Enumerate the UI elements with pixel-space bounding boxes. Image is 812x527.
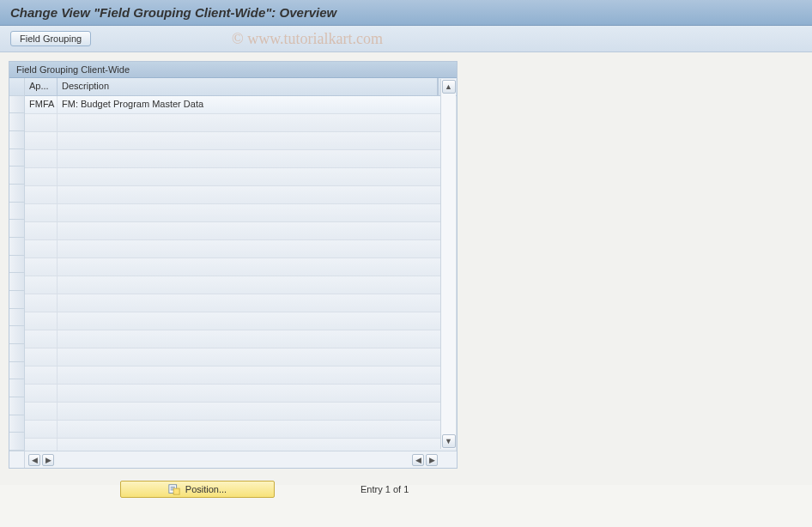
cell-description[interactable]: [58, 114, 457, 131]
table-row[interactable]: [25, 168, 457, 186]
row-selector[interactable]: [9, 131, 25, 149]
table-row[interactable]: FMFAFM: Budget Program Master Data: [25, 96, 457, 114]
row-selector[interactable]: [9, 379, 25, 397]
row-selector[interactable]: [9, 273, 25, 291]
field-grouping-button[interactable]: Field Grouping: [10, 31, 91, 46]
scroll-left-arrow-icon[interactable]: ◀: [28, 454, 40, 466]
cell-description[interactable]: [58, 132, 457, 149]
column-header-app[interactable]: Ap...: [25, 78, 58, 95]
position-icon: [168, 483, 180, 495]
cell-app[interactable]: [25, 439, 58, 451]
scroll-right-arrow-icon[interactable]: ▶: [42, 454, 54, 466]
cell-description[interactable]: [58, 294, 457, 312]
scroll-up-arrow-icon[interactable]: ▲: [442, 80, 456, 94]
cell-description[interactable]: [58, 204, 457, 221]
table-wrap: Ap... Description FMFAFM: Budget Program…: [9, 78, 457, 451]
row-selector[interactable]: [9, 362, 25, 380]
cell-app[interactable]: [25, 330, 58, 348]
table-row[interactable]: [25, 114, 457, 132]
cell-app[interactable]: [25, 348, 58, 366]
table-row[interactable]: [25, 312, 457, 330]
cell-app[interactable]: [25, 258, 58, 276]
row-selector[interactable]: [9, 185, 25, 203]
position-button-label: Position...: [185, 484, 227, 494]
row-selector[interactable]: [9, 149, 25, 167]
cell-description[interactable]: [58, 385, 457, 402]
cell-description[interactable]: [58, 258, 457, 276]
cell-description[interactable]: [58, 150, 457, 167]
table-row[interactable]: [25, 132, 457, 150]
row-selector[interactable]: [9, 220, 25, 238]
cell-app[interactable]: [25, 204, 58, 221]
scroll-track[interactable]: [441, 94, 456, 433]
cell-app[interactable]: [25, 276, 58, 294]
row-selector[interactable]: [9, 113, 25, 131]
table-row[interactable]: [25, 186, 457, 204]
row-selector[interactable]: [9, 96, 25, 114]
row-selector[interactable]: [9, 291, 25, 309]
cell-app[interactable]: FMFA: [25, 96, 58, 113]
row-selector[interactable]: [9, 167, 25, 185]
cell-app[interactable]: [25, 312, 58, 330]
row-selector[interactable]: [9, 344, 25, 362]
cell-description[interactable]: [58, 186, 457, 203]
table-row[interactable]: [25, 385, 457, 403]
scroll-left-end-arrow-icon[interactable]: ◀: [412, 454, 424, 466]
column-header-description[interactable]: Description: [58, 78, 438, 95]
cell-app[interactable]: [25, 186, 58, 203]
cell-description[interactable]: [58, 439, 457, 451]
table-header-row: Ap... Description: [25, 78, 457, 96]
cell-description[interactable]: [58, 312, 457, 330]
row-selector[interactable]: [9, 397, 25, 415]
table-row[interactable]: [25, 204, 457, 222]
row-selector[interactable]: [9, 433, 25, 451]
panel-header: Field Grouping Client-Wide: [9, 62, 457, 78]
cell-description[interactable]: [58, 222, 457, 239]
cell-description[interactable]: [58, 168, 457, 185]
table-row[interactable]: [25, 403, 457, 421]
table-row[interactable]: [25, 330, 457, 348]
cell-app[interactable]: [25, 222, 58, 239]
cell-app[interactable]: [25, 403, 58, 420]
table-row[interactable]: [25, 222, 457, 240]
hscroll-left-group: ◀ ▶: [25, 454, 58, 466]
table-row[interactable]: [25, 150, 457, 168]
table-row[interactable]: [25, 258, 457, 276]
cell-app[interactable]: [25, 366, 58, 384]
cell-description[interactable]: [58, 330, 457, 348]
table-row[interactable]: [25, 240, 457, 258]
scroll-down-arrow-icon[interactable]: ▼: [442, 434, 456, 448]
scroll-right-end-arrow-icon[interactable]: ▶: [426, 454, 438, 466]
cell-app[interactable]: [25, 150, 58, 167]
row-selector[interactable]: [9, 238, 25, 256]
table-row[interactable]: [25, 276, 457, 294]
position-button[interactable]: Position...: [120, 481, 275, 498]
row-selector-header[interactable]: [9, 78, 25, 96]
table-row[interactable]: [25, 366, 457, 385]
cell-description[interactable]: [58, 276, 457, 294]
cell-description[interactable]: [58, 421, 457, 438]
cell-app[interactable]: [25, 385, 58, 402]
row-selector[interactable]: [9, 203, 25, 221]
hscroll-right-group: ◀ ▶: [409, 454, 441, 466]
cell-app[interactable]: [25, 294, 58, 312]
table-row[interactable]: [25, 439, 457, 451]
row-selector[interactable]: [9, 326, 25, 344]
cell-app[interactable]: [25, 114, 58, 131]
cell-app[interactable]: [25, 168, 58, 185]
cell-app[interactable]: [25, 421, 58, 438]
row-selector[interactable]: [9, 256, 25, 274]
cell-description[interactable]: [58, 366, 457, 384]
cell-description[interactable]: [58, 240, 457, 257]
row-selector[interactable]: [9, 309, 25, 327]
cell-description[interactable]: FM: Budget Program Master Data: [58, 96, 457, 113]
cell-description[interactable]: [58, 403, 457, 420]
cell-app[interactable]: [25, 132, 58, 149]
table-row[interactable]: [25, 421, 457, 439]
cell-description[interactable]: [58, 348, 457, 366]
table-row[interactable]: [25, 348, 457, 366]
table-row[interactable]: [25, 294, 457, 312]
cell-app[interactable]: [25, 240, 58, 257]
row-selector[interactable]: [9, 415, 25, 433]
vertical-scrollbar[interactable]: ▲ ▼: [440, 79, 456, 449]
